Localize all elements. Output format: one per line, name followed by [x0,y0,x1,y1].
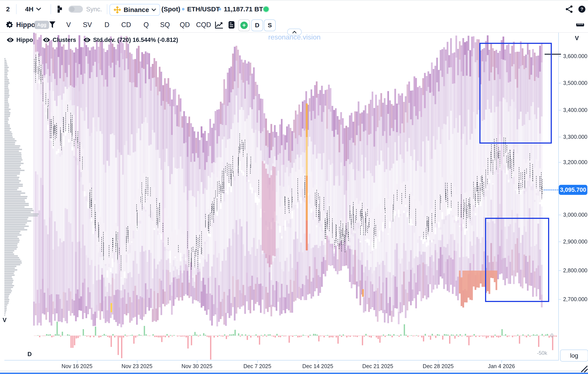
trades-list-icon[interactable] [229,17,234,32]
eye-icon [83,37,91,43]
footer-band [0,370,588,373]
sync-label: Sync. [86,1,102,18]
price-tick: 3,400.000 [563,107,588,113]
legend-clusters[interactable]: Clusters [43,36,76,44]
price-tick: 3,000.000 [563,212,588,218]
price-tick: 3,500.000 [563,80,588,86]
price-tick: 3,600.000 [563,53,588,59]
settings-gear-icon[interactable] [6,17,14,32]
toolbar-btn-q[interactable]: Q [144,17,149,32]
current-price-badge: 3,095.700 [559,185,587,195]
price-tick: 3,200.000 [563,159,588,165]
drawing-rectangle-2[interactable] [485,218,549,302]
layout-count-button[interactable]: 2 [6,1,10,18]
date-tick: Nov 23 2025 [113,363,161,369]
compare-icon[interactable] [57,1,63,18]
drawing-rectangle-1[interactable] [479,43,552,144]
exchange-name: Binance [124,6,149,13]
resize-handle-icon[interactable] [580,365,588,373]
date-tick: Dec 7 2025 [233,363,281,369]
toolbar-btn-cd[interactable]: CD [121,17,131,32]
strategy-name[interactable]: Hippo [16,17,35,32]
share-icon[interactable] [565,1,573,18]
bottom-accent-strip [0,373,588,374]
volume-pane-label[interactable]: V [3,317,7,324]
date-tick: Nov 16 2025 [53,363,101,369]
price-tick: 3,300.000 [563,134,588,140]
exchange-select[interactable]: Binance [109,4,160,16]
divider [107,4,107,14]
date-tick: Nov 30 2025 [173,363,221,369]
legend-label: Std.dev. (720) 16.544% (-0.812) [93,37,178,43]
separator-dot [182,1,185,18]
legend-hippo[interactable]: Hippo [7,36,33,44]
timeframe-select[interactable]: 4H [25,1,41,18]
chevron-down-icon [152,9,156,11]
eye-icon [43,37,50,43]
divider [16,4,17,14]
delta-pane-label: D [28,351,32,358]
connection-status-icon [263,1,269,18]
market-type-label: (Spot) [161,1,180,18]
price-tick: 2,800.000 [563,267,588,274]
s-mode-button[interactable]: S [264,19,276,31]
symbol-label: ETH/USDT [187,1,220,18]
ruler-icon[interactable] [576,17,584,32]
toolbar-btn-v[interactable]: V [66,17,71,32]
top-toolbar: 2 4H Sync. Binance (Spot) ETH/USDT 11,18… [0,0,588,18]
current-price-line [544,190,558,190]
separator-dot [219,1,221,18]
legend-stddev[interactable]: Std.dev. (720) 16.544% (-0.812) [83,36,178,44]
eye-icon [7,37,14,43]
d-mode-button[interactable]: D [251,19,263,31]
balance-label: 11,187.71 BTC [224,1,268,18]
sync-toggle[interactable] [68,1,83,18]
filter-icon[interactable] [49,17,56,32]
legend-label: Clusters [52,37,76,43]
time-axis-line[interactable] [4,360,559,361]
toolbar-btn-sv[interactable]: SV [83,17,92,32]
divider [51,4,51,14]
price-tick: 2,700.000 [563,296,588,302]
price-axis-line[interactable] [558,32,559,361]
agg-badge: Agg [34,17,49,32]
toolbar-btn-d[interactable]: D [105,17,109,32]
delta-zero-label: 0 [550,332,553,339]
log-scale-button[interactable]: log [560,350,588,362]
help-button[interactable]: ? [578,1,585,18]
plus-icon: + [240,21,248,29]
toolbar-btn-sq[interactable]: SQ [160,17,170,32]
line-chart-icon[interactable] [215,17,224,32]
date-tick: Dec 21 2025 [354,363,402,369]
date-tick: Dec 14 2025 [294,363,342,369]
price-pane-label: V [575,35,579,42]
delta-neg-label: -50k [537,350,547,356]
toolbar-btn-qd[interactable]: QD [180,17,190,32]
toolbar-btn-cqd[interactable]: CQD [196,17,211,32]
binance-logo-icon [114,6,121,13]
price-tick: 2,900.000 [563,238,588,245]
date-tick: Jan 4 2026 [477,363,525,369]
legend-label: Hippo [16,37,33,43]
chevron-up-icon [292,31,297,33]
chevron-down-icon [36,8,41,11]
date-tick: Dec 28 2025 [414,363,462,369]
collapse-toolbar-button[interactable] [287,29,302,35]
add-indicator-button[interactable]: + [238,19,250,31]
